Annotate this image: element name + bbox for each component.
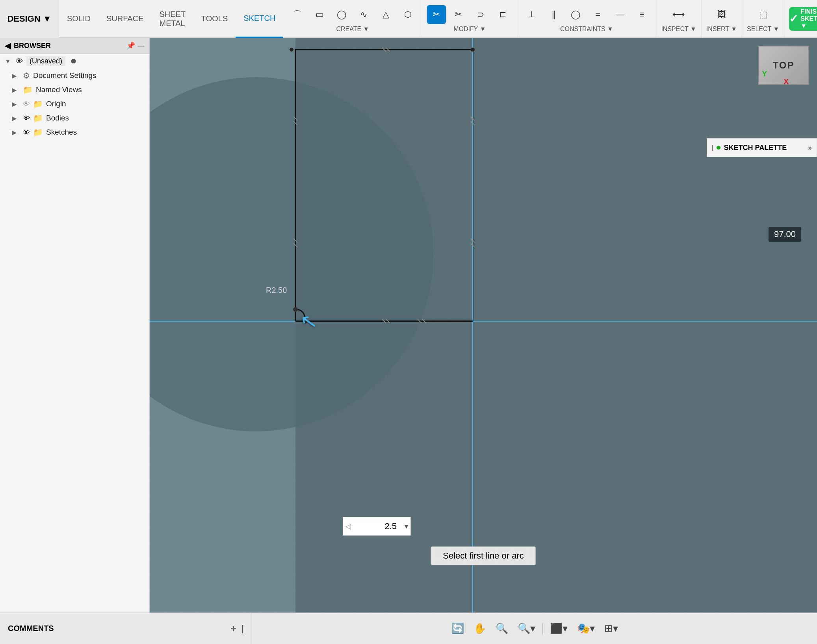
add-comment-icon[interactable]: ＋: [229, 623, 238, 635]
named-views-label: Named Views: [36, 85, 82, 94]
tree-root[interactable]: ▼ 👁 (Unsaved) ⏺: [0, 54, 149, 68]
pan-icon[interactable]: ✋: [471, 620, 488, 637]
comments-section: COMMENTS ＋ |: [0, 613, 252, 644]
select-icons: ⬚: [754, 5, 772, 24]
inspect-label[interactable]: INSPECT ▼: [661, 26, 696, 33]
input-dropdown-icon[interactable]: ▾: [405, 522, 408, 531]
parallel-constraint[interactable]: ≡: [632, 5, 651, 24]
orbit-icon[interactable]: 🔄: [449, 620, 466, 637]
arc-tool[interactable]: ⌒: [288, 5, 307, 24]
offset-tool[interactable]: ⊏: [493, 5, 512, 24]
unsaved-label: (Unsaved): [26, 56, 65, 66]
sidebar-item-doc-settings[interactable]: ▶ ⚙ Document Settings: [0, 68, 149, 83]
toolbar: DESIGN ▼ SOLID SURFACE SHEET METAL TOOLS…: [0, 0, 817, 38]
palette-expand-icon[interactable]: »: [808, 144, 812, 152]
circle-tool[interactable]: ◯: [332, 5, 351, 24]
origin-label: Origin: [46, 100, 66, 108]
input-left-icon: ◁: [345, 522, 351, 531]
perp-constraint[interactable]: ⊥: [522, 5, 541, 24]
comments-label: COMMENTS: [8, 624, 54, 633]
trim-tool[interactable]: ✂: [449, 5, 468, 24]
bodies-eye-icon[interactable]: 👁: [23, 114, 30, 122]
sidebar-item-bodies[interactable]: ▶ 👁 📁 Bodies: [0, 111, 149, 125]
create-icons: ⌒ ▭ ◯ ∿ △ ⬡: [288, 5, 417, 24]
modify-section: ✂ ✂ ⊃ ⊏ MODIFY ▼: [422, 0, 517, 38]
select-cursor[interactable]: ⬚: [754, 5, 772, 24]
finish-sketch-button[interactable]: ✓ FINISH SKETCH ▼: [789, 7, 817, 31]
origin-folder-icon: 📁: [33, 99, 43, 109]
inspect-icons: ⟷: [669, 5, 688, 24]
insert-section: 🖼 INSERT ▼: [702, 0, 742, 38]
insert-label[interactable]: INSERT ▼: [706, 26, 737, 33]
select-label[interactable]: SELECT ▼: [747, 26, 779, 33]
cube-label: TOP: [773, 60, 795, 71]
polygon-tool[interactable]: ⬡: [398, 5, 417, 24]
collinear-constraint[interactable]: ∥: [544, 5, 563, 24]
dimension-97[interactable]: 97.00: [769, 227, 801, 242]
bodies-label: Bodies: [46, 114, 69, 122]
sketch-palette-label: SKETCH PALETTE: [724, 144, 787, 152]
constraints-icons: ⊥ ∥ ◯ = — ≡: [522, 5, 651, 24]
sidebar-more[interactable]: —: [137, 42, 145, 50]
canvas[interactable]: 97.00 R2.50 ↗ ◁ ▾ Select first line or a…: [150, 38, 817, 613]
design-dropdown[interactable]: DESIGN ▼: [0, 0, 59, 38]
sketches-expand-icon: ▶: [12, 129, 20, 136]
gear-icon: ⚙: [23, 71, 30, 80]
modify-icons: ✂ ✂ ⊃ ⊏: [427, 5, 512, 24]
checkmark-icon: ✓: [789, 12, 798, 25]
tab-tools[interactable]: TOOLS: [193, 0, 236, 38]
zoom-dropdown[interactable]: 🔍▾: [515, 620, 538, 637]
extend-tool[interactable]: ⊃: [471, 5, 490, 24]
record-icon: ⏺: [70, 57, 77, 65]
spline-tool[interactable]: ∿: [354, 5, 373, 24]
fillet-input-box: ◁ ▾: [343, 517, 411, 536]
constraints-section: ⊥ ∥ ◯ = — ≡ CONSTRAINTS ▼: [517, 0, 656, 38]
zoom-icon[interactable]: 🔍: [493, 620, 511, 637]
display-mode[interactable]: ⬛▾: [548, 620, 570, 637]
modify-label[interactable]: MODIFY ▼: [453, 26, 486, 33]
sidebar-item-sketches[interactable]: ▶ 👁 📁 Sketches: [0, 125, 149, 139]
line-constraint[interactable]: —: [610, 5, 629, 24]
fillet-value-input[interactable]: [354, 518, 401, 535]
sketch-palette: | SKETCH PALETTE »: [707, 138, 817, 157]
triangle-tool[interactable]: △: [376, 5, 395, 24]
fillet-tool[interactable]: ✂: [427, 5, 446, 24]
sidebar-collapse[interactable]: ◀: [5, 41, 11, 50]
root-expand-icon: ▼: [5, 58, 13, 65]
palette-handle[interactable]: |: [712, 144, 713, 151]
equal-constraint[interactable]: =: [588, 5, 607, 24]
eye-icon[interactable]: 👁: [16, 57, 23, 66]
comments-more[interactable]: |: [241, 624, 244, 634]
origin-expand-icon: ▶: [12, 100, 20, 108]
sketches-label: Sketches: [46, 128, 77, 137]
toolbar-nav: SOLID SURFACE SHEET METAL TOOLS SKETCH: [59, 0, 283, 38]
tab-sheet-metal[interactable]: SHEET METAL: [152, 0, 193, 38]
effects-icon[interactable]: 🎭▾: [575, 620, 597, 637]
sketches-eye-icon[interactable]: 👁: [23, 128, 30, 137]
sidebar-item-named-views[interactable]: ▶ 📁 Named Views: [0, 83, 149, 97]
fillet-radius-label: R2.50: [266, 286, 287, 295]
finish-sketch-section: ✓ FINISH SKETCH ▼: [784, 0, 817, 38]
sidebar-header: ◀ BROWSER 📌 —: [0, 38, 149, 54]
constraints-label[interactable]: CONSTRAINTS ▼: [560, 26, 613, 33]
finish-sketch-label: FINISH SKETCH ▼: [800, 8, 817, 30]
insert-image-tool[interactable]: 🖼: [712, 5, 731, 24]
origin-eye-icon[interactable]: 👁: [23, 100, 30, 108]
bottom-view-icons: 🔄 ✋ 🔍 🔍▾ ⬛▾ 🎭▾ ⊞▾: [252, 620, 817, 637]
tab-solid[interactable]: SOLID: [59, 0, 98, 38]
sketches-folder-icon: 📁: [33, 128, 43, 137]
tab-surface[interactable]: SURFACE: [98, 0, 151, 38]
sidebar-pin[interactable]: 📌: [126, 41, 135, 50]
doc-settings-label: Document Settings: [33, 71, 97, 80]
grid-icon[interactable]: ⊞▾: [602, 620, 620, 637]
sidebar: ◀ BROWSER 📌 — ▼ 👁 (Unsaved) ⏺ ▶ ⚙ Docume…: [0, 38, 150, 613]
view-cube[interactable]: TOP Y X: [758, 46, 809, 97]
rect-tool[interactable]: ▭: [310, 5, 329, 24]
measure-tool[interactable]: ⟷: [669, 5, 688, 24]
cube-axes: Y X: [758, 85, 809, 97]
create-label[interactable]: CREATE ▼: [336, 26, 369, 33]
tab-sketch[interactable]: SKETCH: [236, 0, 283, 38]
circle-constraint[interactable]: ◯: [566, 5, 585, 24]
sidebar-item-origin[interactable]: ▶ 👁 📁 Origin: [0, 97, 149, 111]
bodies-expand-icon: ▶: [12, 115, 20, 122]
